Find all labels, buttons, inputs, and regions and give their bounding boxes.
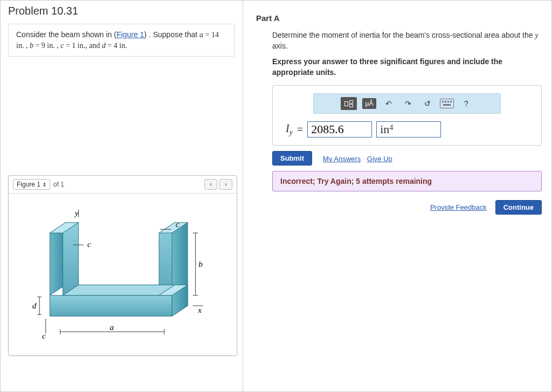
intro-text-1: Consider the beam shown in (: [16, 30, 116, 39]
svg-marker-2: [63, 223, 79, 295]
unit-exp: 4: [389, 123, 393, 132]
answer-toolbar: µÅ ↶ ↷ ↺ ?: [313, 93, 501, 114]
var-d: d: [102, 42, 106, 50]
my-answers-link[interactable]: My Answers: [323, 155, 361, 163]
svg-marker-7: [50, 295, 172, 317]
var-b: b: [30, 42, 33, 50]
val-b: = 9 in. ,: [33, 42, 60, 50]
figure-next-button[interactable]: ›: [219, 179, 232, 190]
svg-marker-8: [63, 285, 175, 295]
part-a-instructions: Express your answer to three significant…: [272, 57, 544, 78]
stepper-icon: ▲▼: [43, 182, 46, 187]
answer-panel: µÅ ↶ ↷ ↺ ? Iy = in4: [272, 85, 542, 146]
unit-base: in: [380, 122, 389, 136]
q-post: axis.: [272, 42, 288, 50]
lhs-var: I: [286, 122, 289, 134]
continue-button[interactable]: Continue: [495, 200, 542, 215]
lhs: Iy: [286, 122, 293, 137]
problem-statement: Consider the beam shown in (Figure 1) . …: [8, 24, 235, 57]
dim-b-label: b: [198, 259, 203, 269]
figure-link[interactable]: Figure 1: [116, 30, 144, 39]
inst-text: Express your answer to three significant…: [272, 57, 502, 77]
dim-c-left-label: c: [87, 239, 91, 249]
answer-unit-input[interactable]: in4: [376, 121, 441, 137]
intro-text-2: ) . Suppose that: [144, 30, 199, 39]
figure-prev-button[interactable]: ‹: [204, 179, 217, 190]
provide-feedback-link[interactable]: Provide Feedback: [430, 203, 487, 211]
val-d: = 4 in.: [106, 42, 127, 50]
figure-panel: Figure 1 ▲▼ of 1 ‹ ›: [8, 175, 237, 356]
equals: =: [297, 123, 303, 136]
give-up-link[interactable]: Give Up: [367, 155, 392, 163]
redo-icon[interactable]: ↷: [401, 97, 415, 110]
dim-a-label: a: [109, 323, 114, 332]
answer-value-input[interactable]: [307, 121, 372, 137]
figure-selector-label: Figure 1: [17, 181, 40, 188]
answer-row: Iy = in4: [286, 121, 534, 137]
lhs-sub: y: [289, 128, 293, 136]
part-a-question: Determine the moment of inertia for the …: [272, 30, 544, 51]
reset-icon[interactable]: ↺: [420, 97, 434, 110]
q-var: y: [535, 31, 538, 39]
axis-y-label: y: [74, 208, 79, 217]
axis-x-label: x: [197, 305, 202, 314]
keyboard-icon[interactable]: [440, 99, 454, 108]
figure-selector[interactable]: Figure 1 ▲▼: [13, 179, 50, 190]
submit-button[interactable]: Submit: [272, 151, 312, 166]
problem-title: Problem 10.31: [8, 5, 243, 17]
units-tool[interactable]: µÅ: [362, 98, 376, 109]
dim-c-depth-label: c: [42, 331, 46, 340]
dim-c-right-label: c: [176, 220, 180, 229]
undo-icon[interactable]: ↶: [382, 97, 396, 110]
val-c: = 1 in., and: [64, 42, 102, 50]
figure-image: y x a b c: [9, 194, 237, 355]
q-pre: Determine the moment of inertia for the …: [272, 31, 535, 39]
figure-count: of 1: [53, 181, 64, 188]
feedback-message: Incorrect; Try Again; 5 attempts remaini…: [272, 171, 542, 191]
help-icon[interactable]: ?: [459, 97, 473, 110]
part-a-title: Part A: [256, 13, 544, 23]
dim-d-label: d: [32, 301, 37, 310]
template-tool[interactable]: [341, 97, 357, 110]
